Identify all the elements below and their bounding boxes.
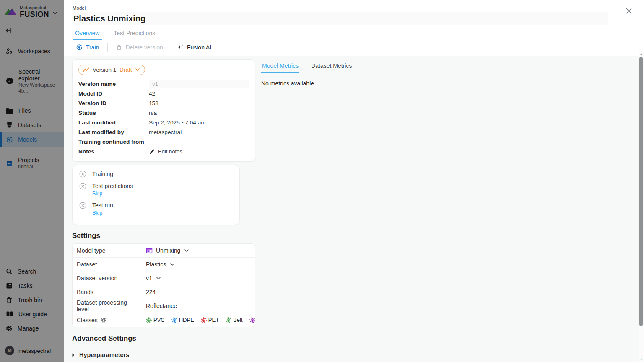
field-row-status: Status n/a [78, 108, 249, 118]
setting-row-processing-level: Dataset processing level Reflectance [73, 299, 255, 313]
tab-overview[interactable]: Overview [73, 29, 102, 40]
setting-label: Dataset version [73, 272, 140, 285]
vertical-scrollbar[interactable]: ▲ ▼ [639, 51, 644, 362]
fusion-ai-label: Fusion AI [187, 44, 211, 51]
circle-x-icon [79, 202, 86, 216]
pipeline-card: Training Test predictions Skip [72, 165, 240, 225]
scrollbar-thumb[interactable] [639, 57, 643, 326]
class-chips: PVC HDPE [146, 317, 255, 323]
skip-test-run-link[interactable]: Skip [92, 210, 102, 216]
metrics-tabs: Model Metrics Dataset Metrics [261, 62, 634, 73]
page-title: Plastics Unmixing [73, 14, 145, 23]
class-label: Belt [233, 317, 242, 323]
step-training: Training [79, 171, 233, 178]
drawer-header: Model Plastics Unmixing Overview Test Pr… [64, 0, 644, 56]
setting-value: Unmixing [156, 247, 180, 254]
edit-notes-button[interactable]: Edit notes [149, 148, 182, 155]
setting-label: Dataset processing level [73, 299, 140, 313]
field-label: Version name [78, 81, 149, 87]
no-metrics-message: No metrics available. [261, 80, 634, 87]
section-hyperparameters[interactable]: Hyperparameters [72, 352, 255, 358]
metrics-panel: Model Metrics Dataset Metrics No metrics… [261, 59, 634, 362]
version-name-input[interactable]: v1 [149, 80, 249, 88]
field-label: Notes [78, 148, 149, 155]
setting-value: v1 [146, 275, 152, 282]
model-drawer: Model Plastics Unmixing Overview Test Pr… [64, 0, 644, 362]
field-row-last-modified-by: Last modified by metaspectral [78, 127, 249, 137]
setting-row-classes: Classes PVC [73, 313, 255, 327]
class-icon [171, 317, 177, 323]
field-value: n/a [149, 110, 249, 116]
version-selector[interactable]: Version 1 Draft [78, 65, 145, 75]
class-chip-hdpe: HDPE [171, 317, 194, 323]
train-target-icon [76, 44, 83, 51]
modal-overlay[interactable] [0, 0, 64, 362]
version-pill-label: Version 1 [93, 67, 116, 73]
field-value: Sep 2, 2025 • 7:04 am [149, 119, 249, 126]
breadcrumb: Model [73, 5, 644, 10]
field-row-last-modified: Last modified Sep 2, 2025 • 7:04 am [78, 118, 249, 127]
fusion-ai-button[interactable]: Fusion AI [173, 42, 215, 52]
dataset-select[interactable]: Plastics [140, 258, 255, 271]
chevron-down-icon [135, 68, 140, 71]
settings-table: Model type Unmixing Dataset Plast [72, 243, 255, 327]
divider [107, 43, 108, 52]
setting-label: Model type [73, 244, 140, 257]
field-label: Model ID [78, 90, 149, 97]
circle-x-icon [79, 171, 86, 178]
setting-row-model-type: Model type Unmixing [73, 244, 255, 258]
trend-line-icon [83, 67, 89, 72]
field-row-notes: Notes Edit notes [78, 147, 249, 156]
field-row-version-name: Version name v1 [78, 79, 249, 89]
overview-left-column: Version 1 Draft Version name v1 Model ID… [72, 59, 255, 362]
step-label: Test run [92, 202, 113, 209]
class-chip-belt: Belt [226, 317, 242, 323]
step-test-run: Test run Skip [79, 202, 233, 216]
chevron-down-icon [156, 277, 161, 280]
class-label: PVC [153, 317, 165, 323]
toolbar: Train Delete version Fusion AI [73, 42, 644, 56]
step-test-predictions: Test predictions Skip [79, 183, 233, 197]
chevron-down-icon [184, 249, 189, 252]
tab-test-predictions[interactable]: Test Predictions [111, 29, 158, 40]
field-label: Last modified by [78, 129, 149, 135]
class-icon [146, 317, 152, 323]
matrix-icon [146, 247, 153, 254]
setting-value: Reflectance [146, 303, 177, 309]
field-value: metaspectral [149, 129, 249, 135]
scroll-up-arrow[interactable]: ▲ [639, 52, 644, 55]
model-type-select[interactable]: Unmixing [140, 244, 255, 257]
settings-heading: Settings [72, 232, 255, 240]
classes-settings-gear-icon[interactable] [101, 317, 106, 323]
field-label: Status [78, 110, 149, 116]
title-bar[interactable]: Plastics Unmixing [73, 12, 608, 25]
class-label: HDPE [179, 317, 194, 323]
class-icon [201, 317, 207, 323]
drawer-body: Version 1 Draft Version name v1 Model ID… [64, 56, 644, 362]
tab-model-metrics[interactable]: Model Metrics [261, 62, 299, 73]
train-label: Train [86, 44, 99, 51]
class-chip-pe: PE [249, 317, 255, 323]
field-value: 158 [149, 100, 249, 106]
class-chip-pet: PET [201, 317, 219, 323]
scroll-down-arrow[interactable]: ▼ [639, 358, 644, 361]
class-chip-pvc: PVC [146, 317, 165, 323]
field-label: Last modified [78, 119, 149, 126]
skip-test-predictions-link[interactable]: Skip [92, 191, 102, 197]
delete-version-button[interactable]: Delete version [113, 42, 166, 52]
drawer-tabs: Overview Test Predictions [73, 29, 644, 40]
circle-x-icon [79, 183, 86, 197]
close-icon[interactable] [624, 6, 634, 16]
tab-dataset-metrics[interactable]: Dataset Metrics [310, 62, 353, 73]
dataset-version-select[interactable]: v1 [140, 272, 255, 285]
delete-version-label: Delete version [125, 44, 163, 51]
setting-row-dataset-version: Dataset version v1 [73, 272, 255, 285]
setting-value: 224 [146, 289, 156, 295]
version-card: Version 1 Draft Version name v1 Model ID… [72, 59, 255, 162]
step-label: Training [92, 171, 113, 177]
field-label: Version ID [78, 100, 149, 106]
field-label: Training continued from [78, 139, 149, 145]
train-button[interactable]: Train [73, 42, 102, 52]
class-icon [226, 317, 231, 323]
setting-label: Classes [77, 317, 98, 323]
